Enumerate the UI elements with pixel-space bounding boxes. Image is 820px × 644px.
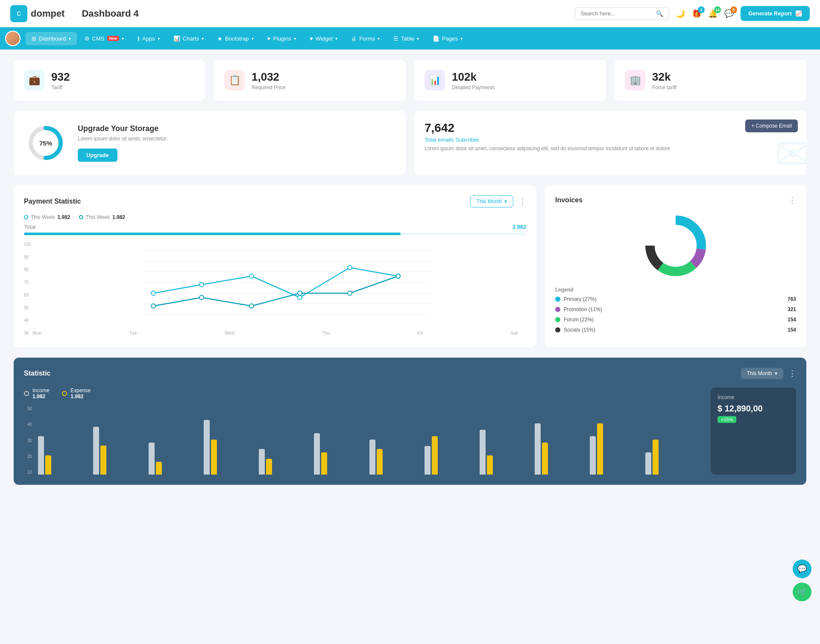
gift-button[interactable]: 🎁 2 — [692, 9, 701, 18]
statistic-header-right: This Month ▾ ⋮ — [741, 368, 796, 379]
nav-item-bootstrap[interactable]: ★ Bootstrap ▾ — [211, 32, 260, 45]
notification-button[interactable]: 🔔 12 — [708, 9, 718, 18]
bar-group-3 — [149, 443, 202, 475]
expense-label: Expense — [70, 388, 91, 393]
bar-white-3 — [149, 443, 155, 475]
legend-item-1: This Week 1.982 — [24, 214, 70, 220]
header-icons: 🌙 🎁 2 🔔 12 💬 5 — [676, 9, 734, 18]
statistic-header: Statistic This Month ▾ ⋮ — [24, 368, 796, 379]
plugins-icon: ♥ — [267, 35, 271, 42]
bar-white-8 — [425, 446, 430, 475]
nav-item-plugins[interactable]: ♥ Plugins ▾ — [261, 32, 302, 45]
storage-info: Upgrade Your Storage Lorem ipsum dolor s… — [78, 124, 167, 162]
nav-item-apps[interactable]: ℹ Apps ▾ — [132, 32, 166, 45]
legend-count-promotion: 321 — [788, 306, 796, 312]
x-label-mon: Mon — [32, 330, 41, 335]
nav-item-cms[interactable]: ⚙ CMS New ▾ — [79, 32, 130, 45]
nav-label-plugins: Plugins — [273, 35, 291, 42]
statistic-this-month-button[interactable]: This Month ▾ — [741, 368, 783, 379]
nav-item-table[interactable]: ☰ Table ▾ — [387, 32, 425, 45]
force-tariff-value: 32k — [652, 70, 676, 84]
nav-label-forms: Forms — [359, 35, 375, 42]
upgrade-button[interactable]: Upgrade — [78, 149, 117, 162]
bar-yellow-3 — [156, 462, 162, 475]
nav-item-pages[interactable]: 📄 Pages ▾ — [427, 32, 469, 45]
table-icon: ☰ — [393, 35, 398, 42]
bootstrap-icon: ★ — [217, 35, 223, 42]
nav-item-forms[interactable]: 🖨 Forms ▾ — [345, 32, 386, 45]
svg-point-16 — [199, 295, 204, 300]
chevron-down-icon: ▾ — [69, 36, 71, 41]
chat-button[interactable]: 💬 5 — [724, 9, 734, 18]
bar-groups — [38, 411, 699, 475]
svg-point-10 — [199, 283, 204, 287]
stat-info-force-tariff: 32k Force tariff — [652, 70, 676, 90]
income-panel: Income $ 12,890,00 +15% — [711, 388, 796, 475]
nav-label-cms: CMS — [92, 35, 105, 42]
required-price-icon: 📋 — [224, 70, 245, 90]
list-item-forum: Forum (22%) 154 — [555, 317, 796, 323]
nav-item-charts[interactable]: 📊 Charts ▾ — [167, 32, 210, 45]
legend-count-primary: 763 — [788, 296, 796, 302]
invoices-legend: Legend Primary (27%) 763 Promotion (11%) — [555, 287, 796, 333]
logo[interactable]: c dompet — [10, 5, 64, 22]
total-row: Total 3.982 — [24, 224, 526, 230]
storage-donut: 75% — [26, 124, 65, 162]
legend-count-forum: 154 — [788, 317, 796, 323]
line-chart-svg — [24, 242, 526, 327]
nav-label-charts: Charts — [183, 35, 199, 42]
detailed-payments-label: Detailed Payments — [452, 85, 495, 90]
legend-value-2: 1.982 — [112, 214, 125, 220]
bar-group-9 — [480, 430, 533, 475]
invoices-donut-svg — [641, 212, 710, 280]
this-month-button[interactable]: This Month ▾ — [470, 195, 513, 207]
legend-label-2: This Week — [86, 214, 110, 220]
legend-item-2: This Week 1.982 — [79, 214, 126, 220]
bar-yellow-5 — [266, 459, 272, 475]
search-input[interactable] — [580, 10, 653, 17]
invoices-more-button[interactable]: ⋮ — [788, 195, 796, 205]
force-tariff-label: Force tariff — [652, 85, 676, 90]
chat-badge: 5 — [730, 6, 737, 13]
charts-row: Payment Statistic This Month ▾ ⋮ This We… — [14, 185, 806, 347]
income-amount: $ 12,890,00 — [718, 404, 789, 414]
svg-point-25 — [655, 225, 697, 267]
svg-point-11 — [249, 274, 254, 278]
required-price-value: 1,032 — [252, 70, 285, 84]
total-label: Total — [24, 224, 35, 230]
bar-yellow-10 — [542, 443, 548, 475]
stat-info-detailed-payments: 102k Detailed Payments — [452, 70, 495, 90]
avatar[interactable] — [5, 31, 20, 46]
widget-icon: ♥ — [310, 35, 313, 42]
list-item-primary: Primary (27%) 763 — [555, 296, 796, 302]
bar-yellow-11 — [597, 423, 603, 475]
svg-point-18 — [298, 291, 302, 295]
cms-icon: ⚙ — [85, 35, 90, 42]
legend-count-socials: 154 — [788, 327, 796, 333]
generate-report-button[interactable]: Generate Report 📈 — [741, 6, 810, 21]
search-icon: 🔍 — [656, 10, 663, 17]
statistic-more-button[interactable]: ⋮ — [788, 369, 796, 378]
stat-legend-income: Income 1.982 — [24, 388, 49, 399]
statistic-section: Statistic This Month ▾ ⋮ Income 1.982 — [14, 358, 806, 485]
bar-white-6 — [314, 433, 320, 475]
legend-dot-2 — [79, 215, 83, 219]
bar-group-11 — [590, 423, 643, 475]
total-value: 3.982 — [512, 224, 526, 230]
nav-item-widget[interactable]: ♥ Widget ▾ — [304, 32, 343, 45]
nav-label-table: Table — [401, 35, 414, 42]
x-label-sat: Sat — [510, 330, 518, 335]
payment-more-button[interactable]: ⋮ — [518, 197, 526, 206]
invoices-title: Invoices — [555, 196, 583, 204]
expense-dot — [62, 391, 67, 396]
bar-yellow-8 — [432, 436, 438, 475]
nav-item-dashboard[interactable]: ⊞ Dashboard ▾ — [26, 32, 77, 45]
storage-percent: 75% — [39, 140, 52, 147]
bar-group-6 — [314, 433, 367, 475]
bar-group-4 — [204, 420, 257, 475]
required-price-label: Required Price — [252, 85, 285, 90]
search-box[interactable]: 🔍 — [575, 7, 669, 20]
chevron-down-icon-table: ▾ — [417, 36, 419, 41]
dark-mode-icon[interactable]: 🌙 — [676, 9, 685, 18]
stat-card-required-price: 📋 1,032 Required Price — [214, 60, 406, 101]
